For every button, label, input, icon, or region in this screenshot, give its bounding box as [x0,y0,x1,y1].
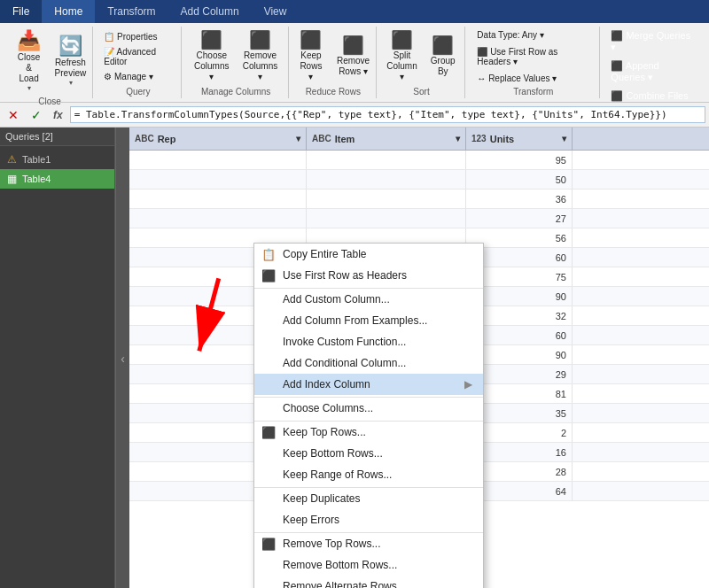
table-row: 27 [129,209,709,228]
combine-files-button[interactable]: ⬛ Combine Files [607,89,691,104]
group-by-icon: ⬛ [432,36,454,54]
sort-group-label: Sort [413,87,429,97]
data-type-button[interactable]: Data Type: Any ▾ [472,28,548,42]
confirm-formula-button[interactable]: ✓ [27,105,46,125]
cell-units: 27 [466,209,573,228]
cell-rep [129,209,307,228]
ribbon-group-combine: ⬛ Merge Queries ▾ ⬛ Append Queries ▾ ⬛ C… [602,27,702,98]
col-header-item-label: Item [335,134,355,144]
tab-home[interactable]: Home [42,0,95,23]
ctx-choose-columns[interactable]: Choose Columns... [254,397,483,419]
warning-icon: ⚠ [7,153,17,166]
cell-item [307,209,466,228]
ctx-add-custom-column[interactable]: Add Custom Column... [254,288,483,310]
split-column-icon: ⬛ [391,31,413,49]
split-column-button[interactable]: ⬛ SplitColumn ▾ [382,28,421,85]
remove-rows-icon: ⬛ [342,36,364,54]
item-filter-icon[interactable]: ▾ [456,134,460,143]
rep-filter-icon[interactable]: ▾ [296,134,300,143]
query-item-table4[interactable]: ▦ Table4 [0,169,114,189]
table-row: 50 [129,170,709,190]
close-load-button[interactable]: 📥 Close &Load ▾ [10,28,48,95]
merge-queries-button[interactable]: ⬛ Merge Queries ▾ [607,28,697,55]
ctx-remove-alternate-rows[interactable]: Remove Alternate Rows... [254,576,483,588]
ctx-invoke-custom-function[interactable]: Invoke Custom Function... [254,331,483,352]
remove-columns-button[interactable]: ⬛ RemoveColumns ▾ [238,28,283,85]
ctx-add-column-from-examples[interactable]: Add Column From Examples... [254,310,483,331]
remove-rows-button[interactable]: ⬛ RemoveRows ▾ [333,34,374,80]
ctx-use-first-row[interactable]: ⬛Use First Row as Headers [254,265,483,286]
cell-units: 50 [466,170,573,189]
close-load-icon: 📥 [17,31,41,50]
remove-columns-icon: ⬛ [249,31,271,49]
content-area: ABC Rep ▾ ABC Item ▾ 123 Units ▾ 95 50 3… [129,128,709,588]
table-row: 95 [129,151,709,170]
cell-units: 36 [466,190,573,208]
advanced-editor-button[interactable]: 📝 Advanced Editor [100,45,175,68]
tab-file[interactable]: File [0,0,42,23]
query-item-table1[interactable]: ⚠ Table1 [0,150,114,169]
properties-button[interactable]: 📋 Properties [100,30,160,43]
col-header-rep-label: Rep [158,134,176,144]
query-item-table4-label: Table4 [22,174,51,184]
table-row: 36 [129,190,709,209]
choose-columns-icon: ⬛ [200,31,222,49]
ctx-keep-range-of-rows[interactable]: Keep Range of Rows... [254,464,483,485]
query-group-label: Query [126,87,150,97]
append-queries-button[interactable]: ⬛ Append Queries ▾ [607,58,697,85]
col-header-rep[interactable]: ABC Rep ▾ [129,128,307,150]
cell-item [307,170,466,189]
ctx-remove-bottom-rows[interactable]: Remove Bottom Rows... [254,554,483,576]
ctx-keep-bottom-rows[interactable]: Keep Bottom Rows... [254,443,483,464]
replace-values-button[interactable]: ↔ Replace Values ▾ [472,72,561,85]
ribbon-group-sort: ⬛ SplitColumn ▾ ⬛ GroupBy Sort [378,27,466,98]
rep-type-icon: ABC [135,134,154,143]
col-header-units[interactable]: 123 Units ▾ [466,128,573,150]
formula-input[interactable] [70,106,705,123]
context-menu: 📋Copy Entire Table ⬛Use First Row as Hea… [253,243,484,588]
ctx-add-index-column[interactable]: Add Index Column ▶ [254,374,483,395]
ribbon-group-query: 📋 Properties 📝 Advanced Editor ⚙ Manage … [95,27,182,98]
ribbon-group-manage-columns: ⬛ ChooseColumns ▾ ⬛ RemoveColumns ▾ Mana… [183,27,289,98]
cell-rep [129,170,307,189]
units-type-icon: 123 [471,134,487,143]
submenu-arrow-icon: ▶ [464,378,472,391]
ctx-keep-errors[interactable]: Keep Errors [254,509,483,530]
ctx-keep-duplicates[interactable]: Keep Duplicates [254,487,483,509]
cell-item [307,151,466,169]
copy-icon: 📋 [261,248,276,261]
manage-button[interactable]: ⚙ Manage ▾ [100,70,157,83]
manage-columns-group-label: Manage Columns [201,87,270,97]
remove-top-rows-icon: ⬛ [261,538,276,551]
ctx-copy-entire-table[interactable]: 📋Copy Entire Table [254,244,483,265]
formula-bar: ✕ ✓ fx [0,103,709,128]
choose-columns-button[interactable]: ⬛ ChooseColumns ▾ [189,28,234,85]
ribbon-content: 📥 Close &Load ▾ 🔄 RefreshPreview ▾ Close… [0,23,709,103]
col-header-units-label: Units [490,134,515,144]
units-filter-icon[interactable]: ▾ [562,134,566,143]
ctx-remove-top-rows[interactable]: ⬛Remove Top Rows... [254,532,483,554]
col-header-item[interactable]: ABC Item ▾ [307,128,466,150]
keep-rows-icon: ⬛ [300,31,322,49]
refresh-preview-button[interactable]: 🔄 RefreshPreview ▾ [51,34,90,89]
keep-rows-button[interactable]: ⬛ KeepRows ▾ [292,28,329,85]
tab-add-column[interactable]: Add Column [168,0,252,23]
refresh-icon: 🔄 [58,36,82,56]
ctx-add-conditional-column[interactable]: Add Conditional Column... [254,352,483,374]
use-first-row-button[interactable]: ⬛ Use First Row as Headers ▾ [472,45,594,68]
tab-view[interactable]: View [252,0,300,23]
group-by-button[interactable]: ⬛ GroupBy [425,34,461,80]
tab-transform[interactable]: Transform [95,0,168,23]
close-load-dropdown: ▾ [27,84,31,92]
queries-panel: Queries [2] ⚠ Table1 ▦ Table4 [0,128,115,588]
refresh-dropdown: ▾ [69,79,73,87]
collapse-panel-button[interactable]: ‹ [115,128,129,588]
cell-item [307,190,466,208]
item-type-icon: ABC [312,134,331,143]
transform-group-label: Transform [513,87,553,97]
cancel-formula-button[interactable]: ✕ [4,105,23,125]
query-item-table1-label: Table1 [22,154,51,165]
ribbon-group-transform: Data Type: Any ▾ ⬛ Use First Row as Head… [467,27,600,98]
ctx-keep-top-rows[interactable]: ⬛Keep Top Rows... [254,421,483,443]
reduce-rows-group-label: Reduce Rows [306,87,361,97]
